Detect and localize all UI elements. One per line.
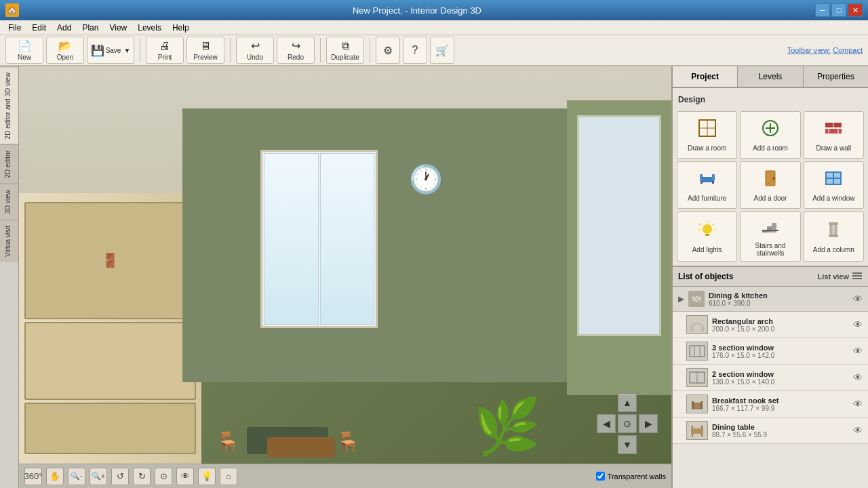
- menubar: File Edit Add Plan View Levels Help: [0, 20, 868, 35]
- section-button[interactable]: ⊙: [155, 468, 172, 485]
- zoom-out-button[interactable]: 🔍-: [68, 468, 85, 485]
- undo-button[interactable]: ↩ Undo: [236, 37, 274, 64]
- settings-button[interactable]: ⚙: [376, 37, 400, 64]
- visibility-toggle-arch[interactable]: 👁: [853, 319, 863, 330]
- list-item-rectangular-arch[interactable]: Rectangular arch 200.0 × 15.0 × 200.0 👁: [673, 312, 868, 338]
- svg-rect-51: [692, 434, 693, 436]
- add-room-button[interactable]: Add a room: [740, 111, 800, 159]
- add-furniture-button[interactable]: Add furniture: [677, 161, 737, 209]
- open-button[interactable]: 📂 Open: [46, 37, 84, 64]
- maximize-button[interactable]: □: [831, 3, 846, 17]
- compact-link[interactable]: Compact: [833, 46, 863, 54]
- navigation-controls: ▲ ◀ ⊙ ▶ ▼: [597, 393, 658, 454]
- close-button[interactable]: ✕: [848, 3, 863, 17]
- viewport[interactable]: 🔆 🚪 🕐 🌿: [19, 66, 671, 488]
- chair-1: 🪑: [215, 430, 240, 454]
- window-pane-left: [264, 153, 319, 325]
- save-dropdown-icon[interactable]: ▼: [123, 47, 130, 54]
- add-window-button[interactable]: Add a window: [804, 161, 864, 209]
- draw-wall-button[interactable]: Draw a wall: [804, 111, 864, 159]
- transparent-walls-checkbox[interactable]: [596, 472, 605, 481]
- menu-help[interactable]: Help: [167, 22, 195, 34]
- item-info-arch: Rectangular arch 200.0 × 15.0 × 200.0: [712, 317, 849, 333]
- add-lights-button[interactable]: Add lights: [677, 211, 737, 262]
- toolbar-separator-4: [370, 38, 370, 62]
- open-icon: 📂: [58, 39, 72, 52]
- svg-rect-14: [700, 174, 703, 181]
- category-dining-kitchen[interactable]: ▶ 🍽 Dining & kitchen 610.0 × 390.0 👁: [673, 287, 868, 312]
- svg-point-21: [703, 224, 712, 234]
- tab-3d[interactable]: 3D view: [0, 184, 18, 220]
- 360-view-button[interactable]: 360°: [24, 468, 42, 485]
- menu-view[interactable]: View: [104, 22, 132, 34]
- titlebar: 🏠 New Project, - Interior Design 3D ─ □ …: [0, 0, 868, 20]
- walkthrough-button[interactable]: 👁: [176, 468, 194, 485]
- item-info-3window: 3 section window 176.0 × 15.0 × 142.0: [712, 344, 849, 359]
- print-button[interactable]: 🖨 Print: [146, 37, 184, 64]
- home-button[interactable]: ⌂: [220, 468, 237, 485]
- svg-rect-48: [692, 401, 694, 409]
- add-lights-icon: [698, 220, 717, 243]
- list-item-breakfast-nook[interactable]: Breakfast nook set 166.7 × 117.7 × 99.9 …: [673, 391, 868, 418]
- transparent-walls-control: Transparent walls: [596, 472, 666, 481]
- tab-2d[interactable]: 2D editor: [0, 144, 18, 184]
- draw-room-button[interactable]: Draw a room: [677, 111, 737, 159]
- stairs-button[interactable]: Stairs and stairwells: [740, 211, 800, 262]
- tab-project[interactable]: Project: [673, 66, 738, 87]
- duplicate-button[interactable]: ⧉ Duplicate: [326, 37, 364, 64]
- preview-button[interactable]: 🖥 Preview: [186, 37, 224, 64]
- menu-plan[interactable]: Plan: [77, 22, 104, 34]
- expand-icon: ▶: [678, 294, 684, 304]
- lower-cabinet: [24, 403, 196, 455]
- list-item-dining-table[interactable]: Dining table 88.7 × 55.6 × 55.9 👁: [673, 418, 868, 444]
- transparent-walls-label[interactable]: Transparent walls: [608, 472, 666, 481]
- help-button[interactable]: ?: [403, 37, 427, 64]
- rotate-button[interactable]: ↻: [133, 468, 151, 485]
- svg-rect-50: [691, 428, 703, 434]
- redo-button[interactable]: ↪ Redo: [277, 37, 315, 64]
- add-column-button[interactable]: Add a column: [804, 211, 864, 262]
- visibility-toggle-breakfast[interactable]: 👁: [853, 399, 863, 409]
- visibility-toggle-dining-table[interactable]: 👁: [853, 425, 863, 436]
- store-button[interactable]: 🛒: [430, 37, 454, 64]
- new-button[interactable]: 📄 New: [5, 37, 43, 64]
- nav-center-button[interactable]: ⊙: [618, 414, 637, 433]
- add-door-button[interactable]: Add a door: [740, 161, 800, 209]
- minimize-button[interactable]: ─: [815, 3, 830, 17]
- svg-rect-40: [690, 327, 693, 331]
- nav-down-button[interactable]: ▼: [618, 435, 637, 454]
- list-item-2-section-window[interactable]: 2 section window 130.0 × 15.0 × 140.0 👁: [673, 365, 868, 391]
- menu-file[interactable]: File: [3, 22, 26, 34]
- left-tabs: 2D editor and 3D view 2D editor 3D view …: [0, 66, 19, 488]
- item-info-2window: 2 section window 130.0 × 15.0 × 140.0: [712, 370, 849, 386]
- menu-levels[interactable]: Levels: [132, 22, 167, 34]
- draw-room-icon: [698, 119, 717, 142]
- zoom-in-button[interactable]: 🔍+: [90, 468, 107, 485]
- nav-up-button[interactable]: ▲: [618, 393, 637, 412]
- tab-levels[interactable]: Levels: [738, 66, 803, 87]
- save-button[interactable]: 💾 Save ▼: [87, 37, 134, 64]
- pan-button[interactable]: ✋: [46, 468, 64, 485]
- visibility-toggle-3window[interactable]: 👁: [853, 346, 863, 357]
- menu-edit[interactable]: Edit: [26, 22, 52, 34]
- item-thumbnail-3window: [686, 342, 708, 361]
- category-icon: 🍽: [688, 291, 705, 307]
- gear-icon: ⚙: [383, 44, 393, 57]
- visibility-toggle-2window[interactable]: 👁: [853, 372, 863, 383]
- menu-add[interactable]: Add: [52, 22, 77, 34]
- list-item-3-section-window[interactable]: 3 section window 176.0 × 15.0 × 142.0 👁: [673, 338, 868, 365]
- nav-left-button[interactable]: ◀: [597, 414, 616, 433]
- orbit-button[interactable]: ↺: [111, 468, 129, 485]
- tab-properties[interactable]: Properties: [804, 66, 868, 87]
- item-info-dining-table: Dining table 88.7 × 55.6 × 55.9: [712, 423, 849, 439]
- svg-rect-41: [701, 327, 704, 331]
- light-button[interactable]: 💡: [198, 468, 216, 485]
- wall-clock: 🕐: [409, 163, 443, 195]
- tab-2d3d[interactable]: 2D editor and 3D view: [0, 66, 18, 144]
- list-view-button[interactable]: List view: [818, 271, 863, 282]
- tab-virtual[interactable]: Virtua visit: [0, 220, 18, 262]
- nav-right-button[interactable]: ▶: [639, 414, 658, 433]
- back-wall: 🕐: [182, 108, 574, 382]
- visibility-toggle-dining[interactable]: 👁: [853, 293, 863, 304]
- objects-list[interactable]: ▶ 🍽 Dining & kitchen 610.0 × 390.0 👁 Rec…: [673, 287, 868, 488]
